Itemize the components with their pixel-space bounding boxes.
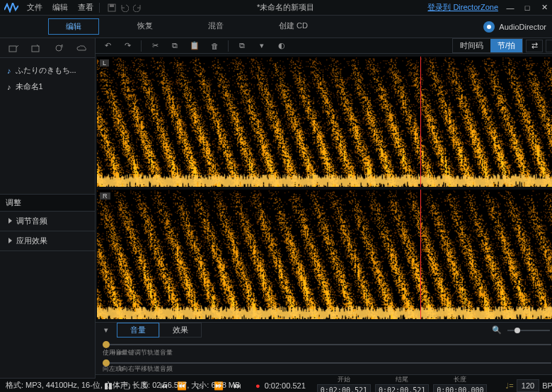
undo-icon[interactable]: ↶: [101, 40, 114, 52]
status-text: 格式: MP3, 44100Hz, 16-位, 立体声, 长度: 02:56.5…: [6, 380, 240, 391]
copy-icon[interactable]: ⧉: [168, 40, 181, 52]
menu-file[interactable]: 文件: [27, 2, 42, 13]
view-toggle-2[interactable]: ≡: [546, 40, 552, 52]
chevron-right-icon: [8, 218, 12, 224]
accordion-apply-effect[interactable]: 应用效果: [0, 231, 95, 251]
menu-edit[interactable]: 编辑: [52, 2, 68, 13]
spectrogram-area: L R Hz 200001800016000140001200010000800…: [96, 54, 552, 322]
spectrogram-right[interactable]: R: [97, 190, 552, 320]
seg-beat[interactable]: 节/拍: [490, 39, 522, 52]
app-logo: [3, 1, 20, 14]
svg-rect-4: [32, 46, 39, 52]
paste-icon[interactable]: 📋: [188, 40, 201, 52]
spectrogram-left[interactable]: L: [97, 57, 552, 187]
display-mode-segment: 时间码 节/拍: [452, 38, 523, 53]
accordion-adjust-audio[interactable]: 调节音频: [0, 212, 95, 231]
note-icon: ♪: [7, 83, 11, 91]
note-icon: ♪: [7, 67, 11, 75]
svg-point-2: [487, 25, 491, 29]
mixer-tab-volume[interactable]: 音量: [117, 323, 159, 338]
menu-view[interactable]: 查看: [78, 2, 93, 13]
refresh-icon[interactable]: [52, 42, 65, 54]
seg-timecode[interactable]: 时间码: [453, 39, 490, 52]
main-menu: 文件 编辑 查看: [27, 2, 93, 13]
save-icon[interactable]: [105, 1, 118, 14]
brand: AudioDirector: [483, 21, 546, 33]
cut-icon[interactable]: ✂: [149, 40, 161, 52]
channel-label-left: L: [100, 59, 109, 67]
brand-icon: [483, 21, 495, 33]
normalize-icon[interactable]: ◐: [275, 40, 288, 52]
time-start: 开始0:02:00.521: [317, 375, 371, 392]
mode-tabbar: 编辑 恢复 混音 创建 CD AudioDirector: [0, 16, 552, 38]
zoom-out-icon[interactable]: 🔍: [492, 325, 502, 335]
sidebar-tools: [0, 38, 95, 58]
export-icon[interactable]: [30, 42, 42, 54]
minimize-button[interactable]: —: [505, 3, 515, 13]
redo-icon[interactable]: ↷: [121, 40, 134, 52]
undo-icon[interactable]: [118, 1, 131, 14]
channel-label-right: R: [100, 192, 110, 200]
bpm-value[interactable]: 120: [517, 379, 539, 392]
bpm-label: BPM: [542, 381, 552, 390]
sidebar: ♪ふたりのきもち... ♪未命名1 调整 调节音频 应用效果: [0, 38, 96, 378]
close-button[interactable]: ✕: [539, 3, 549, 13]
volume-hint: 使用音量键调节轨道音量: [103, 348, 173, 357]
tab-cd[interactable]: 创建 CD: [262, 18, 325, 35]
adjust-panel-title: 调整: [0, 194, 95, 212]
chevron-down-icon[interactable]: ▾: [100, 324, 113, 337]
marker-icon[interactable]: ▾: [255, 40, 268, 52]
edit-toolbar: ↶ ↷ ✂ ⧉ 📋 🗑 ⧉ ▾ ◐ 时间码 节/拍 ⇄ ≡ ∿ ▮: [96, 38, 552, 54]
tab-edit[interactable]: 编辑: [48, 18, 99, 35]
volume-slider[interactable]: [103, 344, 551, 345]
svg-rect-3: [9, 46, 16, 52]
playhead-line: [420, 190, 421, 320]
track-item[interactable]: ♪未命名1: [0, 79, 95, 95]
playhead-line: [420, 57, 421, 187]
content-area: ↶ ↷ ✂ ⧉ 📋 🗑 ⧉ ▾ ◐ 时间码 节/拍 ⇄ ≡ ∿ ▮: [96, 38, 552, 378]
zoom-slider[interactable]: [507, 330, 550, 331]
redo-icon[interactable]: [131, 1, 144, 14]
mixer-panel: ▾ 音量 效果 🔍 🔍 ⛶ ⇕ ⚙ 120 使用音量键调节轨道音量-∞ d: [96, 322, 552, 374]
svg-point-5: [56, 45, 62, 51]
view-toggle-1[interactable]: ⇄: [526, 40, 543, 52]
track-item[interactable]: ♪ふたりのきもち...: [0, 62, 95, 79]
svg-rect-1: [110, 4, 114, 7]
tab-restore[interactable]: 恢复: [120, 18, 170, 35]
window-title: *未命名的新项目: [144, 2, 427, 13]
chevron-right-icon: [8, 238, 12, 243]
time-end: 结尾0:02:00.521: [375, 375, 429, 392]
pan-hint: 向左或向右平移轨道音频: [103, 364, 173, 374]
import-icon[interactable]: [7, 42, 20, 54]
note-icon: ♩=: [505, 381, 513, 391]
record-indicator-icon: ●: [255, 381, 260, 390]
timecode-display: ● 0:02:00.521: [255, 381, 306, 390]
cloud-icon[interactable]: [75, 42, 88, 54]
tab-mix[interactable]: 混音: [191, 18, 241, 35]
mixer-tab-effects[interactable]: 效果: [159, 323, 202, 338]
crop-icon[interactable]: ⧉: [236, 40, 248, 52]
titlebar: 文件 编辑 查看 *未命名的新项目 登录到 DirectorZone — □ ✕: [0, 0, 552, 16]
delete-icon[interactable]: 🗑: [208, 40, 221, 52]
time-length: 长度0:00:00.000: [433, 375, 487, 392]
track-list: ♪ふたりのきもち... ♪未命名1: [0, 58, 95, 194]
login-link[interactable]: 登录到 DirectorZone: [427, 2, 498, 13]
maximize-button[interactable]: □: [522, 3, 532, 13]
